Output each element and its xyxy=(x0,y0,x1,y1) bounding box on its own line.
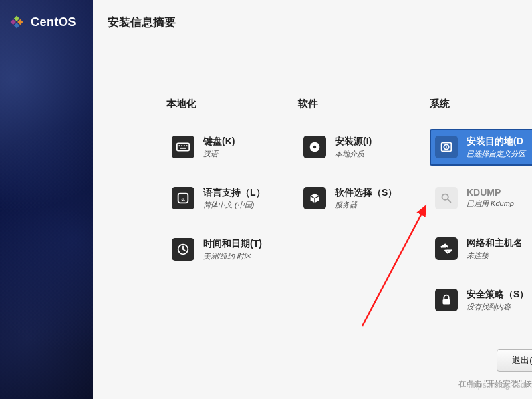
lock-icon xyxy=(435,289,458,311)
spoke-title: 安装源(I) xyxy=(335,136,372,148)
category-title-software: 软件 xyxy=(298,98,430,110)
spoke-title: 键盘(K) xyxy=(203,136,235,148)
category-localization: 本地化 键盘(K) 汉语 a 语言支持（L） xyxy=(166,98,298,333)
category-system: 系统 安装目的地(D 已选择自定义分区 KDUMP xyxy=(430,98,532,333)
footer: 退出(Q) 在点击 "开始安装" 按钮前我 xyxy=(93,341,532,399)
spoke-network[interactable]: 网络和主机名 未连接 xyxy=(430,231,532,267)
package-icon xyxy=(303,187,326,209)
spoke-title: 语言支持（L） xyxy=(203,187,265,199)
search-icon xyxy=(435,187,458,209)
spoke-sub: 美洲/纽约 时区 xyxy=(203,251,262,261)
svg-rect-0 xyxy=(14,15,19,21)
spoke-title: KDUMP xyxy=(467,187,514,198)
spoke-sub: 没有找到内容 xyxy=(467,302,529,312)
category-title-localization: 本地化 xyxy=(166,98,298,110)
svg-rect-9 xyxy=(180,148,186,149)
spoke-security[interactable]: 安全策略（S） 没有找到内容 xyxy=(430,282,532,319)
spoke-sub: 汉语 xyxy=(203,149,235,159)
spoke-keyboard[interactable]: 键盘(K) 汉语 xyxy=(166,129,298,166)
spoke-install-destination[interactable]: 安装目的地(D 已选择自定义分区 xyxy=(430,129,532,166)
centos-logo-icon xyxy=(7,12,27,32)
svg-rect-19 xyxy=(443,299,450,304)
category-title-system: 系统 xyxy=(430,98,532,110)
svg-rect-6 xyxy=(181,145,182,146)
svg-rect-1 xyxy=(17,19,23,25)
spoke-sub: 本地介质 xyxy=(335,149,372,159)
clock-icon xyxy=(172,238,194,261)
spoke-title: 网络和主机名 xyxy=(467,237,523,249)
svg-point-14 xyxy=(313,146,317,149)
spoke-title: 安装目的地(D xyxy=(467,136,525,148)
network-icon xyxy=(435,237,458,260)
page-title: 安装信息摘要 xyxy=(108,15,176,30)
categories: 本地化 键盘(K) 汉语 a 语言支持（L） xyxy=(93,51,532,333)
spoke-sub: 已启用 Kdump xyxy=(467,199,514,209)
language-icon: a xyxy=(172,187,194,209)
svg-rect-7 xyxy=(184,145,185,146)
svg-point-17 xyxy=(446,146,447,148)
keyboard-icon xyxy=(172,136,194,158)
footer-hint: 在点击 "开始安装" 按钮前我 xyxy=(93,378,532,390)
installer-root: CentOS 安装信息摘要 CENTO cn 本地化 xyxy=(0,0,532,399)
spoke-title: 时间和日期(T) xyxy=(203,238,262,250)
spoke-kdump[interactable]: KDUMP 已启用 Kdump xyxy=(430,180,532,216)
brand-logo: CentOS xyxy=(0,0,93,44)
main-panel: 安装信息摘要 CENTO cn 本地化 键盘(K) xyxy=(93,0,532,399)
svg-rect-4 xyxy=(177,144,189,151)
spoke-sub: 服务器 xyxy=(335,200,397,210)
spoke-language[interactable]: a 语言支持（L） 简体中文 (中国) xyxy=(166,180,298,217)
category-software: 软件 安装源(I) 本地介质 软件选择（S） xyxy=(298,98,430,333)
quit-button[interactable]: 退出(Q) xyxy=(497,349,532,372)
harddisk-icon xyxy=(435,136,458,158)
svg-text:a: a xyxy=(181,196,185,202)
spoke-sub: 简体中文 (中国) xyxy=(203,200,265,210)
sidebar: CentOS xyxy=(0,0,93,399)
spoke-datetime[interactable]: 时间和日期(T) 美洲/纽约 时区 xyxy=(166,231,298,268)
spoke-sub: 未连接 xyxy=(467,251,523,261)
button-row: 退出(Q) xyxy=(93,349,532,372)
header: 安装信息摘要 CENTO cn xyxy=(93,0,532,51)
svg-rect-5 xyxy=(179,145,180,146)
brand-name: CentOS xyxy=(31,15,76,29)
disc-icon xyxy=(303,136,326,158)
spoke-title: 安全策略（S） xyxy=(467,289,529,301)
svg-rect-8 xyxy=(186,145,188,146)
spoke-title: 软件选择（S） xyxy=(335,187,397,199)
spoke-install-source[interactable]: 安装源(I) 本地介质 xyxy=(298,129,430,166)
svg-rect-3 xyxy=(14,23,19,28)
spoke-software-selection[interactable]: 软件选择（S） 服务器 xyxy=(298,180,430,217)
spoke-sub: 已选择自定义分区 xyxy=(467,149,525,159)
svg-rect-2 xyxy=(10,19,15,25)
